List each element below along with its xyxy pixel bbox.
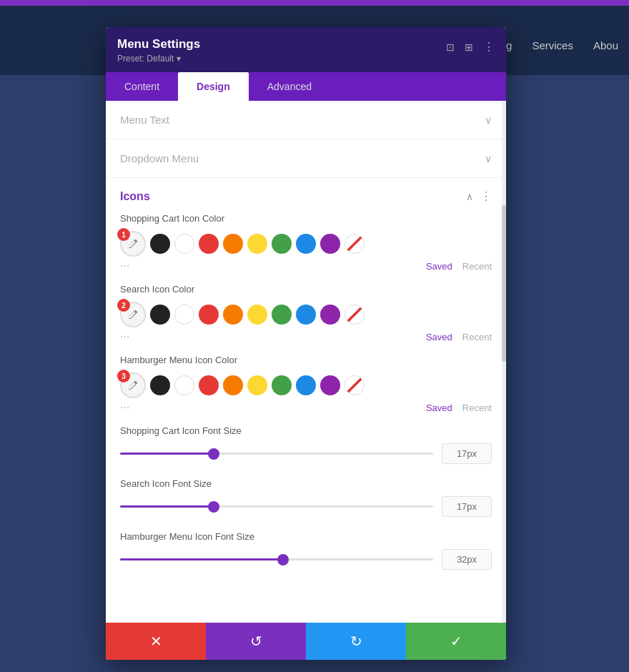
swatch-black-3[interactable] xyxy=(150,375,170,395)
hamburger-font-size-control xyxy=(120,549,492,570)
swatch-purple-1[interactable] xyxy=(320,234,340,254)
swatch-transparent-3[interactable] xyxy=(345,375,365,395)
swatch-green-2[interactable] xyxy=(272,305,292,325)
shopping-cart-dots[interactable]: ··· xyxy=(120,260,129,272)
swatch-transparent-2[interactable] xyxy=(345,305,365,325)
scrollbar-thumb[interactable] xyxy=(502,205,506,362)
shopping-cart-font-size-label: Shopping Cart Icon Font Size xyxy=(120,425,492,436)
tabs-bar: Content Design Advanced xyxy=(106,72,506,101)
swatch-orange-2[interactable] xyxy=(223,305,243,325)
swatch-white-2[interactable] xyxy=(174,305,194,325)
dropdown-menu-chevron: ∨ xyxy=(485,153,492,164)
menu-settings-panel: Menu Settings Preset: Default ▾ ⊡ ⊞ ⋮ Co… xyxy=(106,27,506,660)
search-font-size-label: Search Icon Font Size xyxy=(120,478,492,489)
reset-button[interactable]: ↺ xyxy=(206,623,306,660)
swatch-black-1[interactable] xyxy=(150,234,170,254)
search-icon-color-group: Search Icon Color 2 xyxy=(120,284,492,343)
dropdown-menu-section: Dropdown Menu ∨ xyxy=(106,139,506,178)
shopping-cart-color-label: Shopping Cart Icon Color xyxy=(120,213,492,224)
shopping-cart-font-size-input[interactable] xyxy=(442,443,492,464)
shopping-cart-slider-track xyxy=(120,453,433,455)
swatch-red-3[interactable] xyxy=(199,375,219,395)
panel-header: Menu Settings Preset: Default ▾ ⊡ ⊞ ⋮ xyxy=(106,27,506,72)
swatch-orange-1[interactable] xyxy=(223,234,243,254)
search-icon-color-row: 2 xyxy=(120,302,492,327)
nav-area: ding Services Abou xyxy=(492,39,618,51)
menu-text-section: Menu Text ∨ xyxy=(106,101,506,139)
swatch-blue-2[interactable] xyxy=(296,305,316,325)
redo-button[interactable]: ↻ xyxy=(306,623,406,660)
shopping-cart-color-row: 1 xyxy=(120,231,492,257)
panel-title: Menu Settings xyxy=(117,37,200,51)
search-slider-thumb[interactable] xyxy=(208,501,219,513)
scrollbar xyxy=(502,101,506,623)
swatch-white-3[interactable] xyxy=(174,375,194,395)
purple-bar xyxy=(0,0,629,6)
shopping-cart-badge-number: 1 xyxy=(117,228,130,241)
swatch-purple-2[interactable] xyxy=(320,305,340,325)
panel-header-left: Menu Settings Preset: Default ▾ xyxy=(117,37,200,64)
menu-text-label: Menu Text xyxy=(120,114,169,126)
swatch-green-1[interactable] xyxy=(272,234,292,254)
search-font-size-item: Search Icon Font Size xyxy=(120,478,492,517)
shopping-cart-recent-btn[interactable]: Recent xyxy=(462,261,492,272)
swatch-yellow-3[interactable] xyxy=(247,375,267,395)
dropdown-menu-label: Dropdown Menu xyxy=(120,152,199,164)
hamburger-font-size-input[interactable] xyxy=(442,549,492,570)
hamburger-slider-fill xyxy=(120,558,283,560)
hamburger-recent-btn[interactable]: Recent xyxy=(462,402,492,413)
search-recent-btn[interactable]: Recent xyxy=(462,332,492,342)
panel-preset[interactable]: Preset: Default ▾ xyxy=(117,54,200,64)
icons-controls: ∧ ⋮ xyxy=(466,189,492,203)
nav-item-abou[interactable]: Abou xyxy=(593,39,618,51)
hamburger-color-group: Hamburger Menu Icon Color 3 xyxy=(120,355,492,414)
hamburger-slider-thumb[interactable] xyxy=(277,554,289,565)
menu-text-header[interactable]: Menu Text ∨ xyxy=(106,101,506,139)
tab-content[interactable]: Content xyxy=(106,72,178,101)
shopping-cart-color-badge: 1 xyxy=(120,231,146,257)
swatch-white-1[interactable] xyxy=(174,234,194,254)
swatch-red-2[interactable] xyxy=(199,305,219,325)
swatch-yellow-1[interactable] xyxy=(247,234,267,254)
search-font-size-control xyxy=(120,496,492,517)
search-slider-track xyxy=(120,505,433,508)
pencil-icon xyxy=(127,238,139,249)
nav-item-services[interactable]: Services xyxy=(532,39,573,51)
columns-icon[interactable]: ⊞ xyxy=(465,41,473,53)
icons-section: Icons ∧ ⋮ Shopping Cart Icon Color 1 xyxy=(106,178,506,623)
search-badge-number: 2 xyxy=(117,299,130,312)
save-button[interactable]: ✓ xyxy=(406,623,506,660)
search-icon-color-label: Search Icon Color xyxy=(120,284,492,295)
search-font-size-input[interactable] xyxy=(442,496,492,517)
swatch-purple-3[interactable] xyxy=(320,375,340,395)
action-bar: ✕ ↺ ↻ ✓ xyxy=(106,623,506,660)
swatch-green-3[interactable] xyxy=(272,375,292,395)
swatch-black-2[interactable] xyxy=(150,305,170,325)
tab-advanced[interactable]: Advanced xyxy=(249,72,330,101)
swatch-transparent-1[interactable] xyxy=(345,234,365,254)
cancel-button[interactable]: ✕ xyxy=(106,623,206,660)
search-row-footer: ··· Saved Recent xyxy=(120,330,492,343)
swatch-red-1[interactable] xyxy=(199,234,219,254)
search-saved-btn[interactable]: Saved xyxy=(426,332,452,342)
search-color-badge: 2 xyxy=(120,302,146,327)
hamburger-saved-btn[interactable]: Saved xyxy=(426,402,452,413)
search-dots[interactable]: ··· xyxy=(120,330,129,343)
pencil-icon-3 xyxy=(127,380,139,391)
swatch-blue-1[interactable] xyxy=(296,234,316,254)
swatch-yellow-2[interactable] xyxy=(247,305,267,325)
hamburger-dots[interactable]: ··· xyxy=(120,401,129,414)
responsive-icon[interactable]: ⊡ xyxy=(446,41,455,53)
shopping-cart-slider-thumb[interactable] xyxy=(208,448,219,460)
hamburger-font-size-label: Hamburger Menu Icon Font Size xyxy=(120,531,492,542)
shopping-cart-saved-btn[interactable]: Saved xyxy=(426,261,452,272)
icons-chevron-up-icon[interactable]: ∧ xyxy=(466,191,473,202)
tab-design[interactable]: Design xyxy=(178,72,249,101)
icons-title: Icons xyxy=(120,190,150,203)
dropdown-menu-header[interactable]: Dropdown Menu ∨ xyxy=(106,139,506,177)
icons-more-icon[interactable]: ⋮ xyxy=(480,189,492,203)
swatch-orange-3[interactable] xyxy=(223,375,243,395)
swatch-blue-3[interactable] xyxy=(296,375,316,395)
search-slider-container xyxy=(120,500,433,514)
more-icon[interactable]: ⋮ xyxy=(483,40,495,54)
